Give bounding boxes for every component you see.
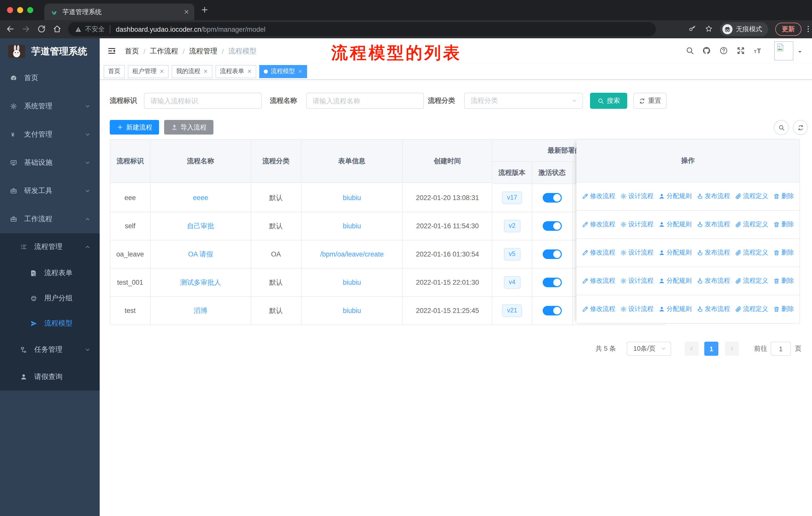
maximize-window-button[interactable] bbox=[27, 7, 33, 13]
process-name-link[interactable]: OA 请假 bbox=[188, 250, 213, 259]
sidebar-item-home[interactable]: 首页 bbox=[0, 64, 100, 92]
new-tab-button[interactable] bbox=[200, 5, 209, 14]
assign-action-link[interactable]: 分配规则 bbox=[659, 248, 692, 257]
delete-action-link[interactable]: 删除 bbox=[773, 305, 794, 314]
modify-action-link[interactable]: 修改流程 bbox=[582, 220, 615, 229]
toggle-search-button[interactable] bbox=[774, 120, 789, 135]
deploy-action-link[interactable]: 发布流程 bbox=[697, 220, 730, 229]
active-toggle[interactable] bbox=[543, 193, 562, 202]
breadcrumb-item[interactable]: 流程管理 bbox=[189, 47, 218, 56]
sidebar-item-payment[interactable]: ¥支付管理 bbox=[0, 120, 100, 148]
avatar-caret-icon[interactable] bbox=[798, 49, 803, 54]
sidebar-item-process-model[interactable]: 流程模型 bbox=[0, 311, 100, 336]
sidebar-item-devtools[interactable]: 研发工具 bbox=[0, 177, 100, 205]
sidebar-item-leave-query[interactable]: 请假查询 bbox=[0, 363, 100, 390]
definition-action-link[interactable]: 流程定义 bbox=[735, 192, 768, 200]
delete-action-link[interactable]: 删除 bbox=[773, 192, 794, 200]
font-size-icon[interactable]: TT bbox=[754, 46, 763, 55]
definition-action-link[interactable]: 流程定义 bbox=[735, 305, 768, 314]
tag-close-icon[interactable] bbox=[160, 69, 164, 74]
create-process-button[interactable]: 新建流程 bbox=[110, 120, 159, 135]
sidebar-collapse-icon[interactable] bbox=[107, 46, 116, 55]
prev-page-button[interactable] bbox=[685, 342, 699, 356]
active-toggle[interactable] bbox=[543, 306, 562, 316]
active-toggle[interactable] bbox=[543, 221, 562, 231]
assign-action-link[interactable]: 分配规则 bbox=[659, 192, 692, 200]
process-name-link[interactable]: 测试多审批人 bbox=[180, 278, 221, 287]
tag-close-icon[interactable] bbox=[247, 69, 252, 74]
deploy-action-link[interactable]: 发布流程 bbox=[697, 248, 730, 257]
delete-action-link[interactable]: 删除 bbox=[773, 220, 794, 229]
assign-action-link[interactable]: 分配规则 bbox=[659, 277, 692, 285]
modify-action-link[interactable]: 修改流程 bbox=[582, 192, 615, 200]
tag-tenant[interactable]: 租户管理 bbox=[128, 65, 169, 78]
process-id-input[interactable] bbox=[144, 93, 262, 109]
reload-button[interactable] bbox=[37, 25, 46, 33]
sidebar-item-system[interactable]: 系统管理 bbox=[0, 92, 100, 120]
definition-action-link[interactable]: 流程定义 bbox=[735, 277, 768, 285]
password-key-icon[interactable] bbox=[689, 25, 696, 32]
definition-action-link[interactable]: 流程定义 bbox=[735, 248, 768, 257]
deploy-action-link[interactable]: 发布流程 bbox=[697, 305, 730, 314]
back-button[interactable] bbox=[6, 25, 14, 33]
sidebar-item-process-mgmt[interactable]: 流程管理 bbox=[0, 233, 100, 261]
process-name-link[interactable]: 自己审批 bbox=[187, 221, 214, 230]
url-bar[interactable]: 不安全 dashboard.yudao.iocoder.cn/bpm/manag… bbox=[68, 22, 656, 36]
search-button[interactable]: 搜索 bbox=[590, 93, 627, 109]
page-size-select[interactable]: 10条/页 bbox=[627, 342, 671, 356]
bookmark-star-icon[interactable] bbox=[705, 25, 713, 33]
sidebar-item-task-mgmt[interactable]: 任务管理 bbox=[0, 336, 100, 363]
tag-process-model[interactable]: 流程模型 bbox=[259, 65, 307, 78]
close-window-button[interactable] bbox=[7, 7, 13, 13]
search-icon[interactable] bbox=[686, 46, 694, 55]
forward-button[interactable] bbox=[22, 25, 30, 33]
process-name-link[interactable]: 滔博 bbox=[194, 306, 207, 315]
breadcrumb-item[interactable]: 工作流程 bbox=[150, 47, 178, 56]
form-info-link[interactable]: biubiu bbox=[343, 307, 361, 315]
design-action-link[interactable]: 设计流程 bbox=[620, 248, 654, 257]
tab-close-icon[interactable] bbox=[184, 9, 189, 15]
definition-action-link[interactable]: 流程定义 bbox=[735, 220, 768, 229]
sidebar-item-process-form[interactable]: 流程表单 bbox=[0, 261, 100, 286]
design-action-link[interactable]: 设计流程 bbox=[620, 192, 654, 200]
form-info-link[interactable]: /bpm/oa/leave/create bbox=[320, 250, 384, 258]
form-info-link[interactable]: biubiu bbox=[343, 279, 361, 286]
breadcrumb-item[interactable]: 首页 bbox=[125, 47, 139, 56]
fullscreen-icon[interactable] bbox=[736, 46, 745, 55]
page-number-button[interactable]: 1 bbox=[704, 342, 718, 356]
import-process-button[interactable]: 导入流程 bbox=[164, 120, 213, 135]
reset-button[interactable]: 重置 bbox=[633, 93, 667, 109]
process-name-link[interactable]: eeee bbox=[193, 194, 208, 201]
github-icon[interactable] bbox=[702, 46, 711, 55]
home-button[interactable] bbox=[53, 25, 61, 33]
sidebar-logo[interactable]: 芋道管理系统 bbox=[0, 38, 100, 64]
design-action-link[interactable]: 设计流程 bbox=[620, 277, 654, 285]
browser-menu-icon[interactable] bbox=[804, 25, 812, 33]
browser-tab[interactable]: 芋道管理系统 bbox=[44, 3, 194, 20]
tag-close-icon[interactable] bbox=[203, 69, 208, 74]
modify-action-link[interactable]: 修改流程 bbox=[582, 305, 615, 314]
update-button[interactable]: 更新 bbox=[775, 23, 802, 36]
form-info-link[interactable]: biubiu bbox=[343, 194, 361, 201]
delete-action-link[interactable]: 删除 bbox=[773, 277, 794, 285]
tag-home[interactable]: 首页 bbox=[104, 65, 125, 78]
tag-my-process[interactable]: 我的流程 bbox=[172, 65, 212, 78]
process-name-input[interactable] bbox=[306, 93, 424, 109]
assign-action-link[interactable]: 分配规则 bbox=[659, 305, 692, 314]
modify-action-link[interactable]: 修改流程 bbox=[582, 277, 615, 285]
tag-process-form[interactable]: 流程表单 bbox=[215, 65, 256, 78]
design-action-link[interactable]: 设计流程 bbox=[620, 305, 654, 314]
active-toggle[interactable] bbox=[543, 278, 562, 287]
minimize-window-button[interactable] bbox=[17, 7, 23, 13]
deploy-action-link[interactable]: 发布流程 bbox=[697, 277, 730, 285]
sidebar-item-workflow[interactable]: 工作流程 bbox=[0, 205, 100, 233]
refresh-table-button[interactable] bbox=[793, 120, 808, 135]
goto-page-input[interactable] bbox=[771, 342, 791, 356]
sidebar-item-infra[interactable]: 基础设施 bbox=[0, 148, 100, 177]
delete-action-link[interactable]: 删除 bbox=[773, 248, 794, 257]
help-icon[interactable] bbox=[719, 46, 728, 55]
tag-close-icon[interactable] bbox=[298, 69, 302, 74]
modify-action-link[interactable]: 修改流程 bbox=[582, 248, 615, 257]
sidebar-item-user-group[interactable]: 用户分组 bbox=[0, 286, 100, 311]
process-category-select[interactable]: 流程分类 bbox=[464, 93, 583, 109]
